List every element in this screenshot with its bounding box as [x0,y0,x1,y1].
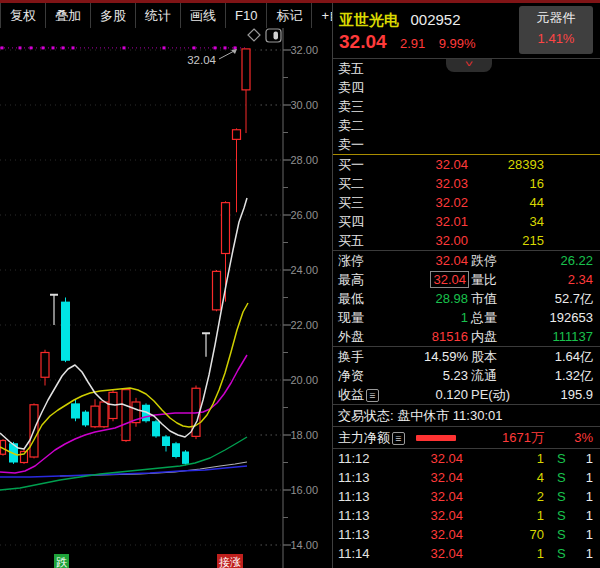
tick-row: 11:1332.042S1 [333,487,600,506]
event-marker: 跌 [54,554,69,568]
quote-header: 亚世光电 002952 32.04 2.91 9.99% 元器件 1.41% [333,3,600,58]
y-axis-label: 20.00 [290,374,318,386]
candle-down [182,452,189,464]
candles [1,49,251,465]
y-axis-label: 24.00 [290,264,318,276]
candle-up [222,203,230,254]
toolbar-button[interactable]: 叠加 [46,3,91,28]
y-axis-label: 18.00 [290,429,318,441]
tick-row: 11:1432.041S1 [333,544,600,563]
last-price: 32.04 [339,31,387,52]
stat-row: 换手14.59%股本1.64亿 [333,347,600,366]
toolbar-button[interactable]: 标记 [267,3,312,28]
buy-queue: 买一32.0428393买二32.0316买三32.0244买四32.0134买… [333,155,600,250]
main-flow-label: 主力净额 [338,430,390,445]
toolbar-button[interactable]: F10 [226,3,267,28]
tick-row: 11:1332.044S1 [333,468,600,487]
order-row: 买二32.0316 [333,174,600,193]
y-axis-label: 16.00 [290,484,318,496]
main-flow-value: 1671万 [464,427,544,448]
y-axis-label: 30.00 [290,99,318,111]
y-axis-label: 14.00 [290,539,318,551]
sell-queue: 卖五卖四卖三卖二卖一 [333,59,600,154]
main-flow-row: 主力净额☰ 1671万 3% [333,427,600,448]
svg-text:跌: 跌 [56,556,68,568]
trading-app-window: 复权叠加多股统计画线F10标记+自选返回 32.0030.0028.0026.0… [0,0,600,568]
tick-row: 11:1332.0470S1 [333,525,600,544]
kline-chart[interactable]: 32.0030.0028.0026.0024.0022.0020.0018.00… [0,28,332,568]
stats-block-2: 换手14.59%股本1.64亿净资5.23流通1.32亿收益☰0.120PE(动… [333,347,600,404]
stat-row: 最低28.98市值52.7亿 [333,289,600,308]
candle-up [91,406,99,427]
toolbar-button[interactable]: 多股 [91,3,136,28]
toolbar-button[interactable]: 画线 [181,3,226,28]
candle-up [233,130,241,140]
candle-up [242,49,250,90]
candle-up [122,390,130,441]
industry-box[interactable]: 元器件 1.41% [519,6,593,54]
order-row: 买三32.0244 [333,193,600,212]
candle-up [100,402,108,427]
diamond-icon [248,29,260,41]
candle-down [61,302,70,361]
order-row: 买五32.00215 [333,231,600,250]
candle-up [41,353,49,378]
toolbar-button[interactable]: 统计 [136,3,181,28]
candle-down [71,403,80,418]
menu-icon[interactable]: ☰ [392,432,405,445]
candle-down [152,421,160,436]
trade-status: 交易状态: 盘中休市 11:30:01 [333,405,600,426]
stat-row: 最高32.04量比2.34 [333,270,600,289]
candle-down [172,443,180,457]
svg-text:接涨: 接涨 [219,556,241,568]
chevron-down-icon: ˅ [432,59,506,70]
stat-row: 涨停32.04跌停26.22 [333,251,600,270]
industry-name: 元器件 [519,6,593,29]
y-axis-label: 32.00 [290,44,318,56]
candle-down [82,412,89,426]
tick-row: 11:1332.041S1 [333,506,600,525]
quote-panel: 亚世光电 002952 32.04 2.91 9.99% 元器件 1.41% ˅… [332,3,600,568]
tick-row: 11:1232.041S1 [333,449,600,468]
y-axis-label: 26.00 [290,209,318,221]
candle-down [162,436,170,446]
order-row: 卖二 [333,116,600,135]
toolbar: 复权叠加多股统计画线F10标记+自选返回 [0,3,333,28]
price-annotation: 32.04 [187,49,237,66]
event-marker: 接涨 [217,554,243,568]
stat-row: 净资5.23流通1.32亿 [333,366,600,385]
chart-icons [248,29,281,42]
stats-block: 涨停32.04跌停26.22最高32.04量比2.34最低28.98市值52.7… [333,251,600,346]
tick-list: 11:1232.041S111:1332.044S111:1332.042S11… [333,449,600,563]
main-flow-pct: 3% [553,427,593,448]
y-axis-label: 28.00 [290,154,318,166]
toolbar-button[interactable]: 复权 [1,3,46,28]
order-row: 卖一 [333,135,600,154]
stock-code: 002952 [410,11,460,28]
order-row: 买四32.0134 [333,212,600,231]
price-change: 2.91 [400,36,425,51]
order-row: 卖三 [333,97,600,116]
stat-row: 外盘81516内盘111137 [333,327,600,346]
order-row: 买一32.0428393 [333,155,600,174]
y-axis-label: 22.00 [290,319,318,331]
grid: 32.0030.0028.0026.0024.0022.0020.0018.00… [0,28,318,568]
limit-up-line [0,46,248,49]
main-flow-bar [416,435,456,441]
order-row: 卖四 [333,78,600,97]
stock-name: 亚世光电 [339,11,399,28]
industry-pct: 1.41% [519,29,593,49]
candle-up [213,271,221,310]
stat-row: 现量1总量192653 [333,308,600,327]
collapse-tab[interactable]: ˅ [446,59,492,72]
stat-row: 收益☰0.120PE(动)195.9 [333,385,600,404]
price-change-pct: 9.99% [439,36,476,51]
svg-text:32.04: 32.04 [187,54,216,66]
